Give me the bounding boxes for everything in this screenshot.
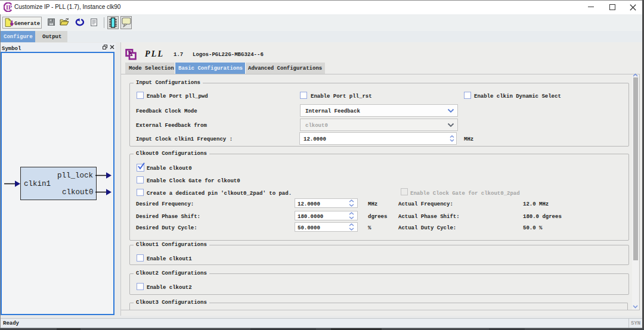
svg-text:IP: IP	[6, 4, 12, 11]
